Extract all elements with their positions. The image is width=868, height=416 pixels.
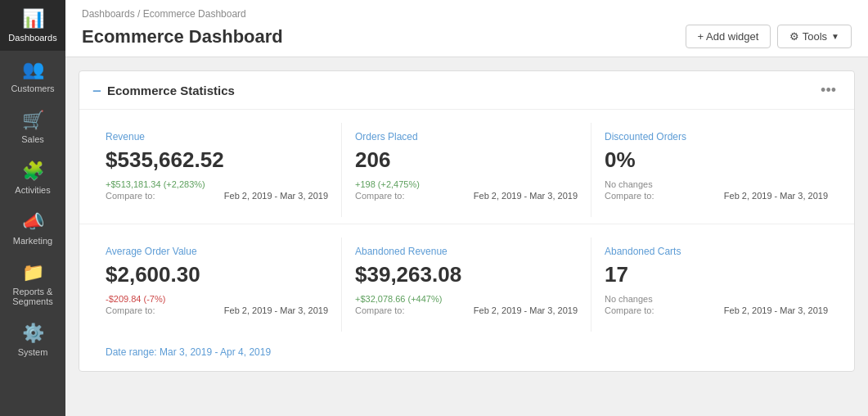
sidebar-item-label: Reports & Segments xyxy=(4,287,61,306)
stat-value: 17 xyxy=(605,262,828,287)
compare-date: Feb 2, 2019 - Mar 3, 2019 xyxy=(474,191,578,201)
stat-cell: Average Order Value$2,600.30-$209.84 (-7… xyxy=(92,237,342,332)
compare-date: Feb 2, 2019 - Mar 3, 2019 xyxy=(224,191,328,201)
stat-value: 206 xyxy=(355,147,578,173)
compare-date: Feb 2, 2019 - Mar 3, 2019 xyxy=(724,305,828,315)
compare-label: Compare to: xyxy=(605,305,654,315)
sidebar-item-customers[interactable]: 👥 Customers xyxy=(0,51,65,102)
stat-change: No changes xyxy=(605,294,828,304)
sales-icon: 🛒 xyxy=(22,110,44,131)
sidebar-item-label: Marketing xyxy=(13,236,52,246)
stat-change: +$32,078.66 (+447%) xyxy=(355,294,578,304)
stat-label: Abandoned Carts xyxy=(605,246,828,257)
dashboards-icon: 📊 xyxy=(22,8,44,29)
compare-label: Compare to: xyxy=(355,305,405,315)
stat-change: +$513,181.34 (+2,283%) xyxy=(106,179,328,189)
chevron-down-icon: ▼ xyxy=(831,32,839,41)
reports-icon: 📁 xyxy=(22,262,44,283)
stats-grid-row2: Average Order Value$2,600.30-$209.84 (-7… xyxy=(79,224,854,338)
stat-label: Abandoned Revenue xyxy=(355,246,578,257)
stat-change: -$209.84 (-7%) xyxy=(106,294,328,304)
sidebar-item-label: Customers xyxy=(11,84,54,93)
sidebar-item-label: Activities xyxy=(15,185,50,195)
stat-compare: Compare to:Feb 2, 2019 - Mar 3, 2019 xyxy=(605,305,828,315)
widget-header: ‒ Ecommerce Statistics ••• xyxy=(79,71,854,110)
stat-cell: Abandoned Revenue$39,263.08+$32,078.66 (… xyxy=(342,237,591,332)
sidebar-item-marketing[interactable]: 📣 Marketing xyxy=(0,203,65,254)
stat-label: Discounted Orders xyxy=(605,131,828,142)
tools-button[interactable]: ⚙ Tools ▼ xyxy=(777,25,852,48)
compare-date: Feb 2, 2019 - Mar 3, 2019 xyxy=(224,305,328,315)
stat-cell: Orders Placed206+198 (+2,475%)Compare to… xyxy=(342,123,591,217)
ecommerce-statistics-widget: ‒ Ecommerce Statistics ••• Revenue$535,6… xyxy=(79,70,855,372)
add-widget-button[interactable]: + Add widget xyxy=(686,25,771,48)
main-content: Dashboards / Ecommerce Dashboard Ecommer… xyxy=(65,0,868,416)
compare-label: Compare to: xyxy=(106,305,155,315)
tools-label: ⚙ Tools xyxy=(789,30,827,43)
stat-compare: Compare to:Feb 2, 2019 - Mar 3, 2019 xyxy=(605,191,828,201)
stat-label: Revenue xyxy=(106,131,328,142)
stat-compare: Compare to:Feb 2, 2019 - Mar 3, 2019 xyxy=(106,305,328,315)
sidebar-item-system[interactable]: ⚙️ System xyxy=(0,314,65,365)
widget-menu-button[interactable]: ••• xyxy=(816,81,841,99)
stat-value: $2,600.30 xyxy=(106,262,328,287)
stat-change: No changes xyxy=(605,179,828,189)
content-area: ‒ Ecommerce Statistics ••• Revenue$535,6… xyxy=(65,57,868,416)
sidebar-item-sales[interactable]: 🛒 Sales xyxy=(0,102,65,152)
page-title: Ecommerce Dashboard xyxy=(82,26,283,47)
breadcrumb: Dashboards / Ecommerce Dashboard xyxy=(82,8,852,20)
customers-icon: 👥 xyxy=(22,59,44,80)
sidebar-item-label: Dashboards xyxy=(8,33,56,43)
stat-value: $39,263.08 xyxy=(355,262,578,287)
sidebar-item-label: Sales xyxy=(21,134,44,144)
sidebar-item-activities[interactable]: 🧩 Activities xyxy=(0,152,65,203)
widget-title: ‒ Ecommerce Statistics xyxy=(92,83,235,98)
sidebar-item-reports[interactable]: 📁 Reports & Segments xyxy=(0,254,65,314)
compare-label: Compare to: xyxy=(106,191,155,201)
stat-value: 0% xyxy=(605,147,828,173)
stat-cell: Discounted Orders0%No changesCompare to:… xyxy=(591,123,841,217)
collapse-icon[interactable]: ‒ xyxy=(92,83,101,98)
header-buttons: + Add widget ⚙ Tools ▼ xyxy=(686,25,852,48)
stats-grid-row1: Revenue$535,662.52+$513,181.34 (+2,283%)… xyxy=(79,110,854,224)
compare-label: Compare to: xyxy=(355,191,405,201)
stat-cell: Revenue$535,662.52+$513,181.34 (+2,283%)… xyxy=(92,123,342,217)
compare-date: Feb 2, 2019 - Mar 3, 2019 xyxy=(474,305,578,315)
stat-label: Average Order Value xyxy=(106,246,328,257)
date-range-footer: Date range: Mar 3, 2019 - Apr 4, 2019 xyxy=(79,338,854,371)
header-row: Ecommerce Dashboard + Add widget ⚙ Tools… xyxy=(82,25,852,48)
stat-compare: Compare to:Feb 2, 2019 - Mar 3, 2019 xyxy=(355,305,578,315)
stat-label: Orders Placed xyxy=(355,131,578,142)
compare-date: Feb 2, 2019 - Mar 3, 2019 xyxy=(724,191,828,201)
page-header: Dashboards / Ecommerce Dashboard Ecommer… xyxy=(65,0,868,57)
stat-compare: Compare to:Feb 2, 2019 - Mar 3, 2019 xyxy=(106,191,328,201)
stat-change: +198 (+2,475%) xyxy=(355,179,578,189)
stat-value: $535,662.52 xyxy=(106,147,328,173)
sidebar-item-label: System xyxy=(18,347,48,357)
stat-compare: Compare to:Feb 2, 2019 - Mar 3, 2019 xyxy=(355,191,578,201)
widget-title-text: Ecommerce Statistics xyxy=(107,84,235,97)
system-icon: ⚙️ xyxy=(22,323,44,344)
sidebar-item-dashboards[interactable]: 📊 Dashboards xyxy=(0,0,65,51)
compare-label: Compare to: xyxy=(605,191,654,201)
stat-cell: Abandoned Carts17No changesCompare to:Fe… xyxy=(591,237,841,332)
marketing-icon: 📣 xyxy=(22,211,44,233)
activities-icon: 🧩 xyxy=(22,161,44,182)
sidebar: 📊 Dashboards 👥 Customers 🛒 Sales 🧩 Activ… xyxy=(0,0,65,416)
